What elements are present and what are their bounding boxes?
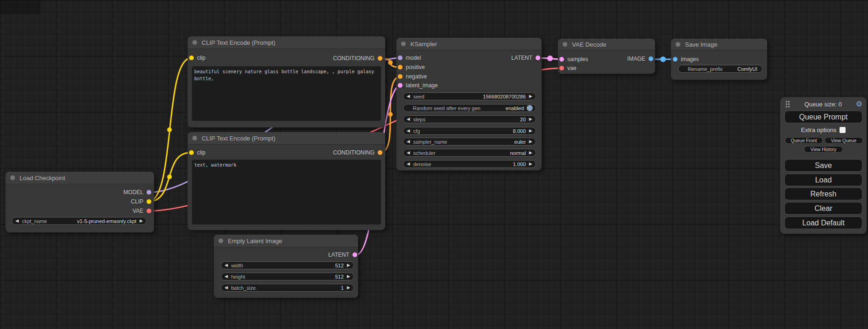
right-arrow-icon[interactable]: ▶	[526, 117, 536, 121]
clip-port-icon[interactable]	[189, 150, 194, 155]
node-title-bar[interactable]: KSampler	[396, 38, 542, 50]
queue-prompt-button[interactable]: Queue Prompt	[784, 111, 862, 123]
node-ksampler[interactable]: KSampler model positive negative latent_…	[396, 38, 542, 170]
right-arrow-icon[interactable]: ▶	[526, 162, 536, 166]
refresh-button[interactable]: Refresh	[784, 188, 862, 200]
input-samples[interactable]: samples	[559, 56, 588, 62]
clip-port-icon[interactable]	[147, 199, 151, 204]
output-latent[interactable]: LATENT	[511, 55, 540, 61]
input-latent-image[interactable]: latent_image	[398, 83, 438, 88]
left-arrow-icon[interactable]: ◀	[12, 219, 22, 223]
conditioning-port-icon[interactable]	[378, 150, 382, 155]
sampler-name-widget[interactable]: ◀ sampler_name euler ▶	[403, 138, 536, 146]
collapse-dot-icon[interactable]	[401, 42, 406, 46]
left-arrow-icon[interactable]: ◀	[403, 140, 413, 144]
drag-handle-icon[interactable]	[786, 101, 790, 108]
clip-port-icon[interactable]	[189, 56, 194, 60]
node-title-bar[interactable]: CLIP Text Encode (Prompt)	[188, 36, 385, 49]
output-conditioning[interactable]: CONDITIONING	[333, 150, 382, 155]
input-positive[interactable]: positive	[398, 64, 425, 70]
view-queue-button[interactable]: View Queue	[825, 137, 863, 144]
denoise-widget[interactable]: ◀ denoise 1.000 ▶	[403, 160, 536, 168]
collapse-dot-icon[interactable]	[192, 136, 197, 140]
left-arrow-icon[interactable]: ◀	[403, 129, 413, 133]
collapse-dot-icon[interactable]	[10, 175, 15, 180]
output-latent[interactable]: LATENT	[328, 252, 357, 258]
input-images[interactable]: images	[673, 56, 699, 62]
toggle-circle-icon[interactable]	[527, 105, 533, 111]
right-arrow-icon[interactable]: ▶	[526, 94, 536, 98]
input-model[interactable]: model	[398, 55, 421, 61]
view-history-button[interactable]: View History	[804, 146, 843, 153]
batch-size-widget[interactable]: ◀ batch_size 1 ▶	[221, 284, 354, 292]
extra-options-checkbox[interactable]	[840, 127, 846, 133]
load-button[interactable]: Load	[784, 174, 862, 186]
save-button[interactable]: Save	[784, 159, 862, 172]
cfg-widget[interactable]: ◀ cfg 8.000 ▶	[403, 127, 536, 135]
image-port-icon[interactable]	[673, 57, 677, 62]
random-seed-toggle-widget[interactable]: Random seed after every gen enabled	[403, 104, 536, 112]
filename-prefix-widget[interactable]: filename_prefix ComfyUI	[678, 65, 762, 73]
left-arrow-icon[interactable]: ◀	[221, 274, 231, 279]
input-clip[interactable]: clip	[189, 55, 205, 61]
right-arrow-icon[interactable]: ▶	[136, 219, 146, 223]
node-title-bar[interactable]: CLIP Text Encode (Prompt)	[188, 132, 385, 145]
node-empty-latent-image[interactable]: Empty Latent Image LATENT ◀ width 512 ▶ …	[214, 235, 358, 298]
node-title-bar[interactable]: VAE Decode	[558, 39, 655, 50]
left-arrow-icon[interactable]: ◀	[403, 117, 413, 121]
conditioning-port-icon[interactable]	[378, 56, 382, 61]
steps-widget[interactable]: ◀ steps 20 ▶	[403, 115, 536, 123]
node-clip-text-encode-positive[interactable]: CLIP Text Encode (Prompt) clip CONDITION…	[188, 36, 385, 127]
output-vae[interactable]: VAE	[133, 208, 151, 214]
output-model[interactable]: MODEL	[123, 189, 151, 195]
left-arrow-icon[interactable]: ◀	[403, 151, 413, 155]
right-arrow-icon[interactable]: ▶	[526, 129, 536, 133]
node-title-bar[interactable]: Load Checkpoint	[6, 172, 154, 184]
node-graph-canvas[interactable]: Load Checkpoint MODEL CLIP VAE ◀ ckpt_na…	[0, 0, 868, 329]
output-conditioning[interactable]: CONDITIONING	[333, 56, 382, 61]
node-load-checkpoint[interactable]: Load Checkpoint MODEL CLIP VAE ◀ ckpt_na…	[6, 172, 154, 232]
conditioning-port-icon[interactable]	[398, 65, 402, 70]
ckpt-name-widget[interactable]: ◀ ckpt_name v1-5-pruned-emaonly.ckpt ▶	[12, 217, 147, 225]
left-arrow-icon[interactable]: ◀	[221, 286, 231, 290]
output-image[interactable]: IMAGE	[627, 56, 653, 62]
model-port-icon[interactable]	[398, 56, 402, 60]
vae-port-icon[interactable]	[559, 66, 564, 70]
conditioning-port-icon[interactable]	[398, 74, 402, 79]
node-title-bar[interactable]: Empty Latent Image	[214, 235, 358, 247]
node-vae-decode[interactable]: VAE Decode samples vae IMAGE	[558, 39, 655, 74]
right-arrow-icon[interactable]: ▶	[344, 286, 353, 290]
vae-port-icon[interactable]	[147, 209, 151, 213]
left-arrow-icon[interactable]: ◀	[403, 162, 413, 166]
node-save-image[interactable]: Save Image images filename_prefix ComfyU…	[671, 39, 767, 80]
latent-port-icon[interactable]	[353, 252, 357, 257]
queue-front-button[interactable]: Queue Front	[785, 137, 823, 144]
right-arrow-icon[interactable]: ▶	[526, 151, 536, 155]
latent-port-icon[interactable]	[398, 83, 402, 88]
input-vae[interactable]: vae	[559, 65, 576, 71]
width-widget[interactable]: ◀ width 512 ▶	[221, 261, 354, 269]
height-widget[interactable]: ◀ height 512 ▶	[221, 273, 354, 280]
input-clip[interactable]: clip	[189, 150, 205, 155]
clear-button[interactable]: Clear	[784, 202, 862, 215]
right-arrow-icon[interactable]: ▶	[526, 140, 536, 144]
collapse-dot-icon[interactable]	[192, 40, 197, 45]
collapse-dot-icon[interactable]	[676, 42, 680, 47]
output-clip[interactable]: CLIP	[131, 199, 151, 204]
left-arrow-icon[interactable]: ◀	[403, 94, 413, 98]
model-port-icon[interactable]	[147, 190, 151, 195]
seed-widget[interactable]: ◀ seed 156680208700286 ▶	[403, 92, 536, 100]
right-arrow-icon[interactable]: ▶	[344, 263, 353, 267]
left-arrow-icon[interactable]: ◀	[221, 263, 231, 267]
node-title-bar[interactable]: Save Image	[671, 39, 767, 50]
load-default-button[interactable]: Load Default	[784, 217, 862, 229]
collapse-dot-icon[interactable]	[563, 42, 567, 47]
collapse-dot-icon[interactable]	[219, 238, 223, 243]
right-arrow-icon[interactable]: ▶	[344, 274, 353, 279]
gear-icon[interactable]: ⚙	[856, 100, 862, 108]
negative-prompt-textarea[interactable]: text, watermark	[192, 160, 381, 224]
image-port-icon[interactable]	[649, 56, 653, 61]
positive-prompt-textarea[interactable]: beautiful scenery nature glass bottle la…	[192, 66, 381, 121]
latent-port-icon[interactable]	[559, 57, 564, 62]
scheduler-widget[interactable]: ◀ scheduler normal ▶	[403, 149, 536, 157]
